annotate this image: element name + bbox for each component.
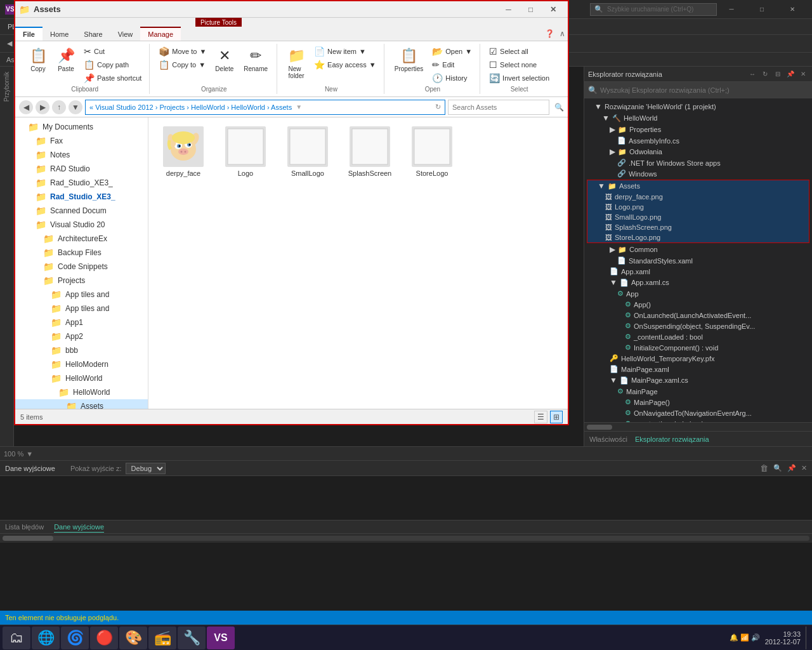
ribbon-new-folder-btn[interactable]: 📁 Newfolder xyxy=(284,45,309,82)
nav-rad-studio[interactable]: 📁 RAD Studio xyxy=(15,162,148,176)
tree-onsuspending[interactable]: ⚙ OnSuspending(object, SuspendingEv... xyxy=(584,321,812,331)
tree-storelogo[interactable]: 🖼 StoreLogo.png xyxy=(587,232,809,242)
solution-explorer-search[interactable]: 🔍 xyxy=(584,82,812,98)
taskbar-chrome[interactable]: 🌀 xyxy=(61,627,89,649)
tree-odwolania[interactable]: ▶ 📁 Odwołania xyxy=(584,146,812,157)
ribbon-copy-path-btn[interactable]: 📋 Copy path xyxy=(81,58,144,71)
file-item-storelogo[interactable]: StoreLogo xyxy=(403,124,461,180)
icon-view-btn[interactable]: ⊞ xyxy=(550,411,563,423)
taskbar-show-desktop[interactable] xyxy=(806,627,809,649)
ribbon-tab-view[interactable]: View xyxy=(110,27,141,41)
zoom-icon[interactable]: ▼ xyxy=(26,450,33,458)
file-item-logo[interactable]: Logo xyxy=(217,124,274,180)
nav-app1[interactable]: 📁 App1 xyxy=(15,315,148,329)
tab-lista-bledow[interactable]: Lista błędów xyxy=(5,522,44,532)
file-item-smalllogo[interactable]: SmallLogo xyxy=(279,124,336,180)
tree-derpy[interactable]: 🖼 derpy_face.png xyxy=(587,192,809,202)
tree-smalllogo[interactable]: 🖼 SmallLogo.png xyxy=(587,212,809,222)
nav-app-tiles-2[interactable]: 📁 App tiles and xyxy=(15,302,148,315)
nav-backup[interactable]: 📁 Backup Files xyxy=(15,246,148,260)
show-from-select[interactable]: Debug xyxy=(126,463,166,474)
nav-hellomodern[interactable]: 📁 HelloModern xyxy=(15,357,148,371)
tree-onnavigatedto[interactable]: ⚙ OnNavigatedTo(NavigationEventArg... xyxy=(584,408,812,418)
se-pin-btn[interactable]: 📌 xyxy=(785,69,796,79)
nav-snippets[interactable]: 📁 Code Snippets xyxy=(15,260,148,274)
taskbar-radio[interactable]: 📻 xyxy=(148,627,176,649)
output-find-btn[interactable]: 🔍 xyxy=(773,464,782,472)
taskbar-av[interactable]: 🔴 xyxy=(90,627,118,649)
nav-fax[interactable]: 📁 Fax xyxy=(15,134,148,148)
tree-mainpagexamlcs[interactable]: ▼ 📄 MainPage.xaml.cs xyxy=(584,375,812,386)
addr-refresh-btn[interactable]: ↻ xyxy=(435,103,441,111)
maximize-button[interactable]: □ xyxy=(747,0,776,19)
tree-mainpage-class[interactable]: ⚙ MainPage xyxy=(584,386,812,397)
nav-scanned[interactable]: 📁 Scanned Docum xyxy=(15,204,148,218)
se-sync-btn[interactable]: ↔ xyxy=(747,69,757,79)
file-item-splashscreen[interactable]: SplashScreen xyxy=(341,124,398,180)
addr-up-btn[interactable]: ↑ xyxy=(52,100,66,114)
se-search-input[interactable] xyxy=(600,86,808,94)
tree-windows[interactable]: 🔗 Windows xyxy=(584,168,812,179)
ribbon-select-all-btn[interactable]: ☑ Select all xyxy=(487,45,552,58)
tree-standardstyles[interactable]: 📄 StandardStyles.xaml xyxy=(584,255,812,266)
close-button[interactable]: ✕ xyxy=(778,0,807,19)
tree-helloworld[interactable]: ▼ 🔨 HelloWorld xyxy=(584,112,812,124)
tree-solution[interactable]: ▼ Rozwiązanie 'HelloWorld' (1 projekt) xyxy=(584,101,812,112)
ribbon-history-btn[interactable]: 🕐 History xyxy=(429,72,475,84)
nav-rad-xe3-2[interactable]: 📁 Rad_Studio_XE3_ xyxy=(15,190,148,204)
tab-dane-wyjsciowe[interactable]: Dane wyjściowe xyxy=(54,522,104,533)
ribbon-cut-btn[interactable]: ✂ Cut xyxy=(81,45,144,58)
tree-onlaunched[interactable]: ⚙ OnLaunched(LaunchActivatedEvent... xyxy=(584,310,812,321)
nav-projects[interactable]: 📁 Projects xyxy=(15,274,148,288)
tree-logo[interactable]: 🖼 Logo.png xyxy=(587,202,809,212)
se-close-btn[interactable]: ✕ xyxy=(798,69,808,79)
ribbon-open-btn[interactable]: 📂 Open ▼ xyxy=(429,45,475,58)
minimize-button[interactable]: ─ xyxy=(717,0,746,19)
nav-rad-xe3-1[interactable]: 📁 Rad_Studio_XE3_ xyxy=(15,176,148,190)
addr-back-btn[interactable]: ◀ xyxy=(19,100,33,114)
se-properties-tab[interactable]: Właściwości xyxy=(589,435,627,443)
nav-vs[interactable]: 📁 Visual Studio 20 xyxy=(15,218,148,232)
tree-appxaml[interactable]: 📄 App.xaml xyxy=(584,266,812,277)
tree-app-constructor[interactable]: ⚙ App() xyxy=(584,299,812,310)
ribbon-tab-file[interactable]: File xyxy=(15,27,43,41)
output-pin-btn[interactable]: 📌 xyxy=(787,464,796,472)
ribbon-properties-btn[interactable]: 📋 Properties xyxy=(391,45,428,75)
output-close-btn[interactable]: ✕ xyxy=(801,464,807,472)
nav-assets[interactable]: 📁 Assets xyxy=(15,399,148,409)
addr-forward-btn[interactable]: ▶ xyxy=(36,100,49,114)
nav-helloworld2[interactable]: 📁 HelloWorld xyxy=(15,385,148,399)
ribbon-rename-btn[interactable]: ✏ Rename xyxy=(240,45,272,75)
ribbon-tab-manage[interactable]: Manage xyxy=(140,27,181,41)
tree-initializecomponent[interactable]: ⚙ InitializeComponent() : void xyxy=(584,342,812,353)
ribbon-move-to-btn[interactable]: 📦 Move to ▼ xyxy=(156,45,209,58)
toolbox-label[interactable]: Przybornik xyxy=(2,69,11,104)
ribbon-tab-share[interactable]: Share xyxy=(76,27,110,41)
ribbon-invert-selection-btn[interactable]: 🔄 Invert selection xyxy=(487,72,552,84)
tree-contentloaded[interactable]: ⚙ _contentLoaded : bool xyxy=(584,331,812,342)
tree-assemblyinfo[interactable]: 📄 AssemblyInfo.cs xyxy=(584,135,812,146)
tree-mainpagexaml[interactable]: 📄 MainPage.xaml xyxy=(584,364,812,375)
tree-splashscreen[interactable]: 🖼 SplashScreen.png xyxy=(587,222,809,232)
se-scrollbar[interactable] xyxy=(584,422,812,431)
file-item-derpy[interactable]: derpy_face xyxy=(155,124,212,180)
address-path[interactable]: « Visual Studio 2012 › Projects › HelloW… xyxy=(85,100,445,115)
nav-notes[interactable]: 📁 Notes xyxy=(15,148,148,162)
bottom-scrollbar[interactable] xyxy=(0,534,812,543)
addr-path-dropdown[interactable]: ▼ xyxy=(296,103,302,110)
list-view-btn[interactable]: ☰ xyxy=(534,411,547,423)
ribbon-paste-btn[interactable]: 📌 Paste xyxy=(53,45,79,75)
ribbon-select-none-btn[interactable]: ☐ Select none xyxy=(487,58,552,71)
taskbar-tool[interactable]: 🔧 xyxy=(178,627,206,649)
tree-properties[interactable]: ▶ 📁 Properties xyxy=(584,124,812,135)
ribbon-new-item-btn[interactable]: 📄 New item ▼ xyxy=(311,45,379,58)
tree-common[interactable]: ▶ 📁 Common xyxy=(584,244,812,255)
nav-arch[interactable]: 📁 ArchitectureEx xyxy=(15,232,148,246)
tree-dotnet[interactable]: 🔗 .NET for Windows Store apps xyxy=(584,157,812,168)
quick-launch-box[interactable]: 🔍 Szybkie uruchamianie (Ctrl+Q) xyxy=(590,3,717,16)
output-clear-btn[interactable]: 🗑 xyxy=(760,463,768,473)
taskbar-explorer[interactable]: 🗂 xyxy=(3,627,30,649)
tree-appxamlcs[interactable]: ▼ 📄 App.xaml.cs xyxy=(584,277,812,288)
fe-close-btn[interactable]: ✕ xyxy=(542,2,564,17)
ribbon-edit-btn[interactable]: ✏ Edit xyxy=(429,58,475,71)
